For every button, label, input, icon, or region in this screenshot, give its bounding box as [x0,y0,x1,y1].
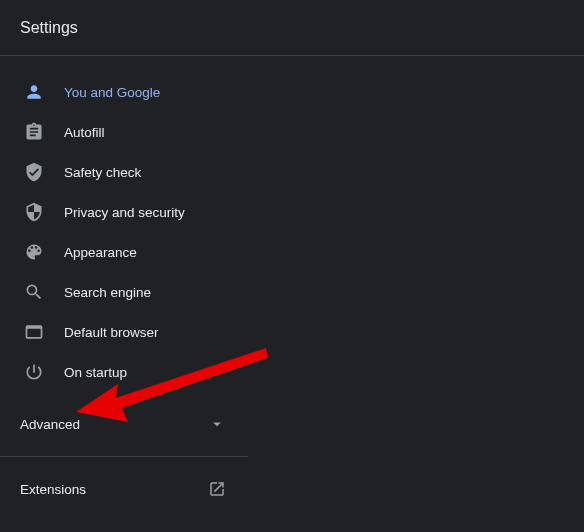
browser-icon [24,322,44,342]
sidebar-item-search-engine[interactable]: Search engine [0,272,248,312]
sidebar-item-appearance[interactable]: Appearance [0,232,248,272]
open-in-new-icon [208,480,226,498]
sidebar-item-you-and-google[interactable]: You and Google [0,72,248,112]
sidebar-item-on-startup[interactable]: On startup [0,352,248,392]
palette-icon [24,242,44,262]
sidebar-item-label: Safety check [64,165,141,180]
sidebar-item-label: Search engine [64,285,151,300]
clipboard-icon [24,122,44,142]
advanced-label: Advanced [20,417,80,432]
divider [0,456,248,457]
sidebar-item-autofill[interactable]: Autofill [0,112,248,152]
settings-sidebar: You and Google Autofill Safety check Pri… [0,56,248,532]
chevron-down-icon [208,415,226,433]
shield-check-icon [24,162,44,182]
shield-icon [24,202,44,222]
sidebar-item-label: Default browser [64,325,159,340]
sidebar-item-extensions[interactable]: Extensions [0,465,248,513]
person-icon [24,82,44,102]
search-icon [24,282,44,302]
advanced-toggle[interactable]: Advanced [0,400,248,448]
sidebar-item-safety-check[interactable]: Safety check [0,152,248,192]
page-title: Settings [20,19,78,37]
extensions-label: Extensions [20,482,86,497]
sidebar-item-label: On startup [64,365,127,380]
sidebar-item-about-chrome[interactable]: About Chrome [0,513,248,532]
sidebar-item-default-browser[interactable]: Default browser [0,312,248,352]
power-icon [24,362,44,382]
sidebar-item-privacy-and-security[interactable]: Privacy and security [0,192,248,232]
sidebar-item-label: Privacy and security [64,205,185,220]
sidebar-item-label: You and Google [64,85,160,100]
sidebar-item-label: Autofill [64,125,105,140]
sidebar-item-label: Appearance [64,245,137,260]
settings-header: Settings [0,0,584,56]
